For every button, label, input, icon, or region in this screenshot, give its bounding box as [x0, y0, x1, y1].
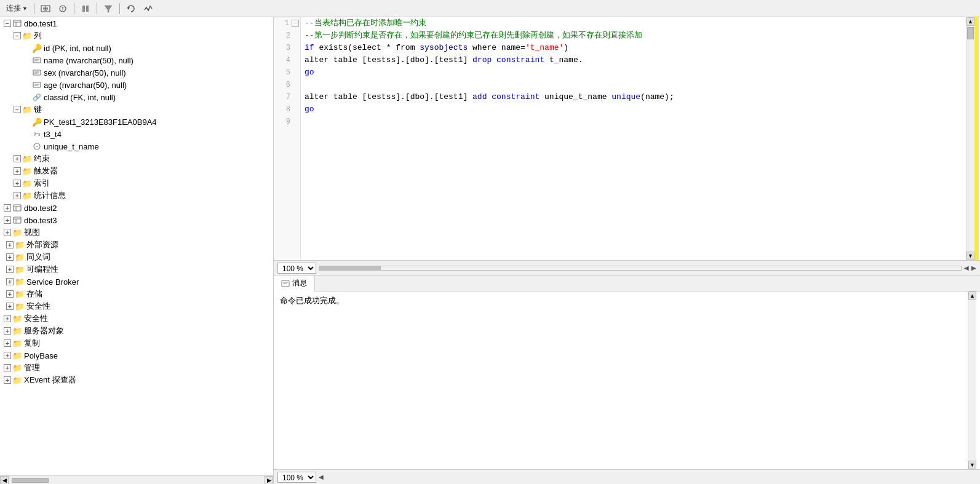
folder-icon-synonyms: 📁 — [15, 252, 25, 262]
expand-icon-service-broker[interactable] — [5, 277, 15, 287]
left-hscrollbar[interactable]: ◀ ▶ — [0, 475, 273, 484]
scroll-up-btn[interactable]: ▲ — [966, 17, 974, 26]
tree-node-col-id[interactable]: 🔑 id (PK, int, not null) — [0, 42, 273, 54]
tree-node-col-classid[interactable]: 🔗 classid (FK, int, null) — [0, 91, 273, 103]
pause-button[interactable] — [78, 2, 93, 15]
gutter-line-5: 5 — [274, 66, 300, 79]
expand-icon-key-group[interactable] — [12, 105, 22, 114]
expand-icon-triggers[interactable] — [12, 166, 22, 176]
expand-icon-programmable[interactable] — [5, 264, 15, 274]
tree-node-external[interactable]: 📁 外部资源 — [0, 239, 273, 251]
expand-icon-test1[interactable] — [2, 18, 12, 28]
tree-node-key-unique[interactable]: unique_t_name — [0, 140, 273, 153]
msg-text: 命令已成功完成。 — [280, 296, 344, 305]
expand-icon-management[interactable] — [2, 363, 12, 373]
code-line-5: go — [305, 66, 962, 79]
tree-node-synonyms[interactable]: 📁 同义词 — [0, 251, 273, 263]
tree-container[interactable]: dbo.test1 📁 列 🔑 id (PK, int, not null) — [0, 17, 273, 475]
tree-node-key-pk[interactable]: 🔑 PK_test1_3213E83F1EA0B9A4 — [0, 116, 273, 128]
tree-node-col-sex[interactable]: sex (nvarchar(50), null) — [0, 66, 273, 79]
code-editor: 1 − 2 3 4 5 — [274, 17, 980, 275]
pk-icon: 🔑 — [32, 117, 42, 127]
expand-icon-stats[interactable] — [12, 191, 22, 200]
tree-node-indexes[interactable]: 📁 索引 — [0, 177, 273, 189]
expand-icon-constraints[interactable] — [12, 154, 22, 164]
tree-node-service-broker[interactable]: 📁 Service Broker — [0, 276, 273, 288]
scroll-down-btn[interactable]: ▼ — [966, 252, 974, 260]
msg-tab-messages[interactable]: 消息 — [274, 276, 315, 292]
tree-node-constraints[interactable]: 📁 约束 — [0, 153, 273, 165]
tree-node-table-test2[interactable]: dbo.test2 — [0, 202, 273, 214]
msg-scroll-left-btn[interactable]: ◀ — [319, 474, 324, 480]
tree-node-table-test1[interactable]: dbo.test1 — [0, 17, 273, 30]
tree-node-stats[interactable]: 📁 统计信息 — [0, 189, 273, 202]
left-scroll-left[interactable]: ◀ — [0, 476, 9, 485]
folder-icon-col-group: 📁 — [22, 31, 32, 41]
tree-node-xevent[interactable]: 📁 XEvent 探查器 — [0, 374, 273, 386]
tree-node-replication[interactable]: 📁 复制 — [0, 337, 273, 349]
code-zoom-select[interactable]: 100 % 75 % 150 % — [277, 263, 316, 274]
expand-icon-polybase[interactable] — [2, 351, 12, 360]
expand-icon-security-db[interactable] — [5, 301, 15, 311]
tree-node-views[interactable]: 📁 视图 — [0, 226, 273, 239]
tree-node-triggers[interactable]: 📁 触发器 — [0, 165, 273, 177]
tree-node-table-test3[interactable]: dbo.test3 — [0, 214, 273, 226]
scroll-thumb[interactable] — [967, 27, 974, 39]
code-scroll-right-btn[interactable]: ▶ — [971, 264, 976, 271]
expand-icon-col-group[interactable] — [12, 31, 22, 41]
left-scroll-right[interactable]: ▶ — [265, 476, 273, 485]
connect-button[interactable]: 连接 ▼ — [4, 2, 30, 15]
msg-scroll-down[interactable]: ▼ — [968, 461, 976, 469]
expand-icon-security[interactable] — [2, 314, 12, 323]
storage-label: 存储 — [26, 288, 42, 300]
expand-icon-test2[interactable] — [2, 203, 12, 213]
code-hscroll-thumb[interactable] — [319, 266, 381, 270]
add-server-button[interactable] — [38, 2, 53, 15]
expand-icon-storage[interactable] — [5, 289, 15, 299]
expand-icon-synonyms[interactable] — [5, 252, 15, 262]
gutter-line-1: 1 − — [274, 17, 300, 30]
code-scroll-left-btn[interactable]: ◀ — [964, 264, 969, 271]
tree-node-polybase[interactable]: 📁 PolyBase — [0, 349, 273, 362]
activity-button[interactable] — [141, 2, 156, 15]
connect-label: 连接 — [6, 3, 21, 14]
service-broker-label: Service Broker — [26, 277, 79, 287]
svg-rect-25 — [14, 205, 21, 211]
folder-icon-indexes: 📁 — [22, 178, 32, 188]
code-vscrollbar[interactable]: ▲ ▼ — [966, 17, 974, 260]
properties-button[interactable] — [55, 2, 70, 15]
expand-icon-server-objs[interactable] — [2, 326, 12, 336]
expand-icon-views[interactable] — [2, 228, 12, 237]
tree-node-key-t3t4[interactable]: 🗝 t3_t4 — [0, 128, 273, 140]
code-text-area[interactable]: --当表结构已存在时添加唯一约束 --第一步判断约束是否存在，如果要创建的约束已… — [301, 17, 966, 260]
tree-node-security-db[interactable]: 📁 安全性 — [0, 300, 273, 312]
tree-node-key-group[interactable]: 📁 键 — [0, 103, 273, 116]
tree-node-col-name[interactable]: name (nvarchar(50), null) — [0, 54, 273, 66]
tree-node-management[interactable]: 📁 管理 — [0, 362, 273, 374]
collapse-btn-1[interactable]: − — [292, 20, 299, 27]
expand-icon-external[interactable] — [5, 240, 15, 250]
filter-button[interactable] — [101, 2, 116, 15]
gutter-line-4: 4 — [274, 54, 300, 66]
msg-vscrollbar[interactable]: ▲ ▼ — [968, 292, 976, 469]
expand-icon-indexes[interactable] — [12, 178, 22, 188]
filter-icon — [103, 4, 113, 14]
expand-icon-test3[interactable] — [2, 215, 12, 225]
tree-node-storage[interactable]: 📁 存储 — [0, 288, 273, 300]
key-pk-label: PK_test1_3213E83F1EA0B9A4 — [44, 117, 157, 127]
gutter-line-2: 2 — [274, 30, 300, 42]
msg-scroll-up[interactable]: ▲ — [968, 292, 976, 300]
code-hscroll-track[interactable] — [319, 266, 962, 271]
tree-node-server-objs[interactable]: 📁 服务器对象 — [0, 325, 273, 337]
code-area[interactable]: 1 − 2 3 4 5 — [274, 17, 966, 260]
tree-node-security[interactable]: 📁 安全性 — [0, 312, 273, 325]
msg-zoom-select[interactable]: 100 % 75 % — [277, 472, 316, 483]
refresh-button[interactable] — [124, 2, 138, 15]
tree-node-col-group[interactable]: 📁 列 — [0, 30, 273, 42]
tree-node-col-age[interactable]: age (nvarchar(50), null) — [0, 79, 273, 91]
expand-icon-xevent[interactable] — [2, 375, 12, 385]
tree-node-programmable[interactable]: 📁 可编程性 — [0, 263, 273, 276]
expand-icon-replication[interactable] — [2, 338, 12, 348]
expand-icon-col-classid — [22, 92, 32, 102]
folder-icon-external: 📁 — [15, 240, 25, 250]
